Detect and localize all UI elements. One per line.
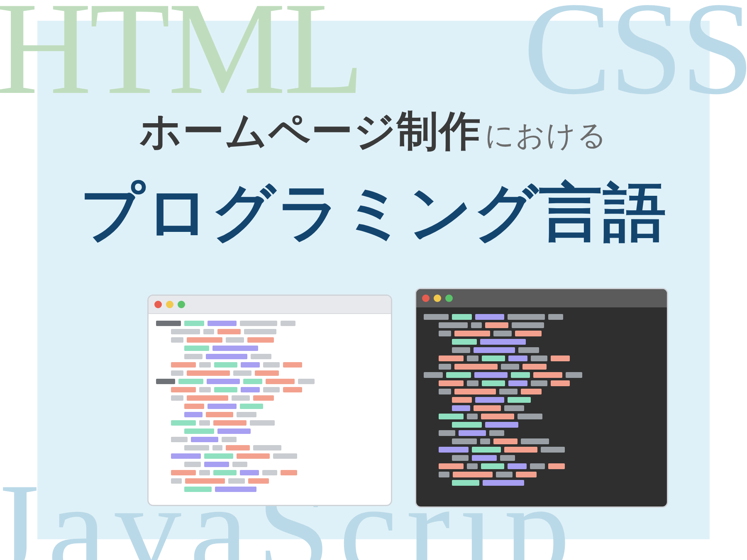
code-token [208,404,237,409]
window-titlebar [416,289,667,307]
code-token [452,347,470,353]
code-token [185,478,225,484]
code-line [424,339,659,344]
code-token [452,405,470,411]
code-token [439,389,451,394]
code-token [467,414,478,419]
code-token [253,395,274,401]
code-token [217,429,251,434]
code-line [424,347,659,353]
code-token [504,447,537,453]
code-token [467,355,478,361]
code-token [241,387,260,392]
code-body-dark [416,307,667,493]
code-token [184,354,203,359]
code-line [424,389,659,394]
code-token [452,314,472,320]
code-token [439,380,464,386]
code-token [518,414,542,419]
code-token [566,372,582,378]
code-line [156,395,383,401]
code-line [156,429,383,434]
code-token [483,480,524,486]
code-token [228,478,245,484]
code-token [262,470,277,475]
window-dot-close-icon [422,295,430,302]
code-token [475,314,504,320]
code-token [283,362,302,368]
code-token [240,470,259,475]
code-token [485,322,508,328]
code-line [156,412,383,417]
code-token [171,329,200,334]
code-line [156,478,383,484]
code-token [439,414,464,419]
code-token [499,389,518,394]
code-token [548,463,565,469]
code-token [452,422,482,428]
code-token [518,347,539,353]
code-token [452,397,472,403]
code-token [530,463,545,469]
code-line [156,329,383,334]
code-window-dark [415,288,668,508]
code-token [531,355,547,361]
code-token [439,472,449,477]
code-body-light [149,314,391,499]
code-line [424,314,659,319]
code-token [199,470,210,475]
code-token [551,380,570,386]
code-token [226,445,250,450]
code-token [250,420,275,426]
code-token [521,438,549,444]
code-token [501,364,519,370]
code-token [508,397,531,403]
code-token [171,362,196,368]
code-line [424,355,659,361]
code-token [516,472,537,477]
code-line [156,453,383,459]
code-token [184,321,204,326]
code-line [156,404,383,409]
code-token [266,379,295,384]
code-token [508,380,527,386]
code-token [521,389,542,394]
code-token [508,355,527,361]
window-dot-minimize-icon [166,301,173,308]
code-token [515,331,542,336]
code-token [215,487,256,492]
code-token [482,355,505,361]
code-line [156,487,383,492]
code-token [184,445,209,450]
code-line [156,437,383,442]
code-token [243,379,262,384]
code-token [212,445,222,450]
code-token [493,331,512,336]
code-token [199,420,210,426]
code-token [253,445,281,450]
code-line [156,379,383,384]
code-token [480,438,490,444]
window-dot-close-icon [154,301,162,308]
code-token [439,364,451,370]
code-token [541,447,565,453]
code-token [263,362,280,368]
code-token [184,412,203,417]
code-token [474,405,501,411]
code-token [244,329,276,334]
code-line [424,438,659,444]
code-line [156,387,383,392]
code-token [474,372,508,378]
code-line [156,470,383,475]
code-token [452,438,477,444]
code-token [156,379,175,384]
code-token [424,372,443,378]
code-line [424,331,659,336]
code-token [452,480,479,486]
code-token [446,372,471,378]
code-token [551,355,570,361]
window-dot-zoom-icon [445,295,453,302]
code-token [233,370,251,376]
code-token [214,387,237,392]
code-token [156,321,181,326]
